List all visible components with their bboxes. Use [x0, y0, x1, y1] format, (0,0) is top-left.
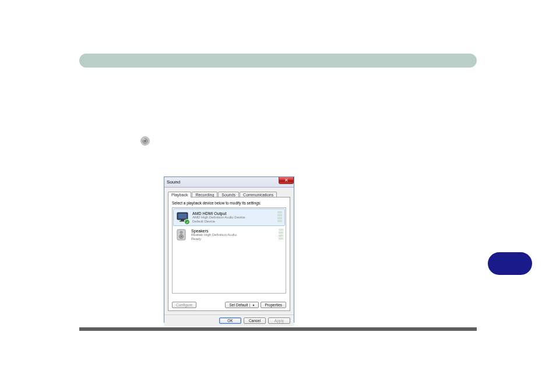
level-meter: [277, 211, 282, 222]
svg-rect-5: [178, 214, 187, 219]
dialog-titlebar[interactable]: Sound ✕: [164, 177, 294, 188]
instruction-text: Select a playback device below to modify…: [172, 201, 286, 205]
tab-panel-playback: Select a playback device below to modify…: [168, 197, 290, 311]
dialog-title: Sound: [167, 179, 180, 185]
device-item-hdmi[interactable]: ✓ AMD HDMI Output AMD High Definition Au…: [173, 209, 285, 226]
close-button[interactable]: ✕: [279, 177, 294, 184]
apply-button[interactable]: Apply: [268, 317, 290, 324]
svg-rect-6: [181, 220, 184, 221]
svg-point-9: [180, 231, 182, 234]
ok-button[interactable]: OK: [219, 317, 241, 324]
sound-dialog: Sound ✕ Playback Recording Sounds Commun…: [164, 176, 294, 323]
tray-speaker-icon: [140, 136, 150, 146]
properties-button[interactable]: Properties: [261, 302, 286, 308]
cancel-button[interactable]: Cancel: [244, 317, 266, 324]
speaker-device-icon: [175, 228, 188, 241]
device-list[interactable]: ✓ AMD HDMI Output AMD High Definition Au…: [172, 207, 286, 294]
set-default-label: Set Default: [229, 303, 248, 307]
level-meter: [279, 229, 283, 239]
device-status: Ready: [191, 237, 237, 241]
page-badge: [488, 252, 532, 275]
device-name: Speakers: [191, 229, 237, 234]
set-default-button[interactable]: Set Default▼: [225, 302, 259, 308]
svg-point-3: [143, 139, 145, 140]
dialog-footer: OK Cancel Apply: [164, 315, 294, 326]
footer-divider: [79, 327, 477, 331]
device-item-speakers[interactable]: Speakers Realtek High Definition Audio R…: [173, 227, 286, 243]
device-desc: AMD High Definition Audio Device: [192, 216, 245, 220]
device-name: AMD HDMI Output: [192, 211, 245, 216]
svg-point-2: [145, 140, 146, 142]
device-desc: Realtek High Definition Audio: [191, 233, 237, 237]
default-checkmark-icon: ✓: [184, 219, 190, 225]
svg-point-11: [181, 236, 182, 237]
device-status: Default Device: [192, 220, 245, 224]
page-header-bar: [79, 54, 477, 68]
tab-playback[interactable]: Playback: [168, 192, 191, 197]
chevron-down-icon: ▼: [249, 303, 255, 307]
configure-button[interactable]: Configure: [172, 302, 196, 308]
monitor-icon: ✓: [176, 211, 189, 224]
tab-strip: Playback Recording Sounds Communications: [168, 189, 290, 197]
